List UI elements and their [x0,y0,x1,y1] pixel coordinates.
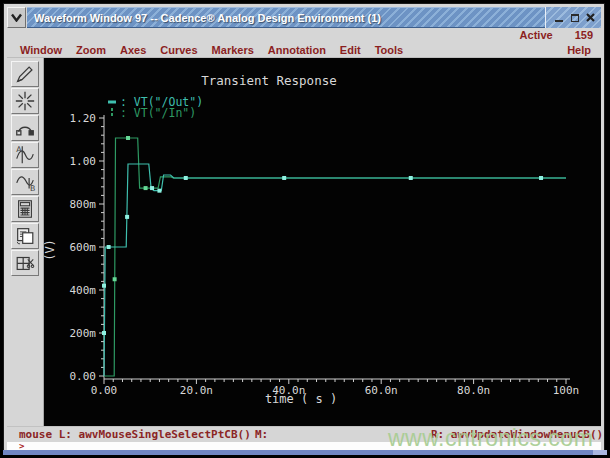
data-point-marker [409,176,413,180]
data-point-marker [539,176,543,180]
data-point-marker [282,176,286,180]
zoom-star-icon[interactable] [11,88,39,114]
titlebar: Waveform Window 97 -- Cadence® Analog De… [7,7,601,28]
close-button[interactable] [584,11,597,24]
data-point-marker [144,186,148,190]
y-tick-label: 600m [70,241,97,254]
y-tick-label: 1.20 [70,112,97,125]
trace-vtout [104,164,566,376]
plot-area: Transient Response0.0020.0n40.0n60.0n80.… [44,58,601,426]
menu-tools[interactable]: Tools [368,44,411,56]
menu-help[interactable]: Help [560,44,601,56]
trace-vtin [104,138,566,376]
data-point-marker [125,215,129,219]
data-point-marker [150,186,154,190]
active-count: 159 [575,29,593,41]
window-menu-button[interactable] [7,7,26,28]
wave-cursor-a-icon[interactable]: A [11,142,39,168]
watermark: www.cntronics.com [388,425,593,452]
pen-annotate-icon[interactable] [11,61,39,87]
menu-zoom[interactable]: Zoom [69,44,113,56]
y-tick-label: 400m [70,284,97,297]
menu-edit[interactable]: Edit [333,44,368,56]
main-area: A B [7,57,601,426]
menu-window[interactable]: Window [13,44,69,56]
y-tick-label: 800m [70,198,97,211]
legend-label: : VT("/In") [120,106,196,120]
y-tick-label: 1.00 [70,155,97,168]
waveform-window: Waveform Window 97 -- Cadence® Analog De… [3,3,605,452]
data-point-marker [102,284,106,288]
menu-markers[interactable]: Markers [205,44,261,56]
y-tick-label: 200m [70,327,97,340]
subwindow-cut-icon[interactable] [11,250,39,276]
window-controls [545,7,601,28]
waveform-plot[interactable]: Transient Response0.0020.0n40.0n60.0n80.… [44,58,604,431]
menu-axes[interactable]: Axes [113,44,153,56]
status-mouse-left: mouse L: awvMouseSingleSelectPtCB() [19,428,251,441]
titlebar-stripes[interactable]: Waveform Window 97 -- Cadence® Analog De… [27,7,545,28]
plot-title: Transient Response [201,73,336,88]
menubar: Window Zoom Axes Curves Markers Annotati… [7,42,601,57]
arc-tool-icon[interactable] [11,115,39,141]
x-axis-label: time ( s ) [265,392,337,406]
active-status-row: Active 159 [7,28,601,42]
left-toolbar: A B [7,58,44,426]
menu-curves[interactable]: Curves [153,44,204,56]
svg-text:B: B [30,184,35,193]
menu-annotation[interactable]: Annotation [261,44,333,56]
data-point-marker [102,331,106,335]
y-tick-label: 0.00 [70,370,97,383]
maximize-icon [571,14,579,22]
axes-lines [104,115,570,379]
close-icon [585,12,596,23]
data-point-marker [157,189,161,193]
chevron-down-icon [10,13,23,22]
maximize-button[interactable] [568,11,581,24]
minimize-button[interactable] [552,11,565,24]
x-tick-label: 100n [553,384,580,397]
data-point-marker [113,277,117,281]
status-mouse-middle: M: [255,428,268,441]
desktop-background: Waveform Window 97 -- Cadence® Analog De… [0,0,610,458]
window-title: Waveform Window 97 -- Cadence® Analog De… [27,12,381,24]
resize-corner[interactable] [593,450,607,455]
x-tick-label: 0.00 [91,384,118,397]
minimize-icon [555,20,563,22]
data-point-marker [184,176,188,180]
x-tick-label: 80.0n [457,384,490,397]
active-label: Active [520,29,553,41]
copy-window-icon[interactable] [11,223,39,249]
x-tick-label: 20.0n [180,384,213,397]
x-tick-label: 60.0n [365,384,398,397]
data-point-marker [107,245,111,249]
data-point-marker [126,136,130,140]
wave-cursor-b-icon[interactable]: B [11,169,39,195]
calculator-icon[interactable] [11,196,39,222]
y-axis-label: (V) [44,239,57,261]
